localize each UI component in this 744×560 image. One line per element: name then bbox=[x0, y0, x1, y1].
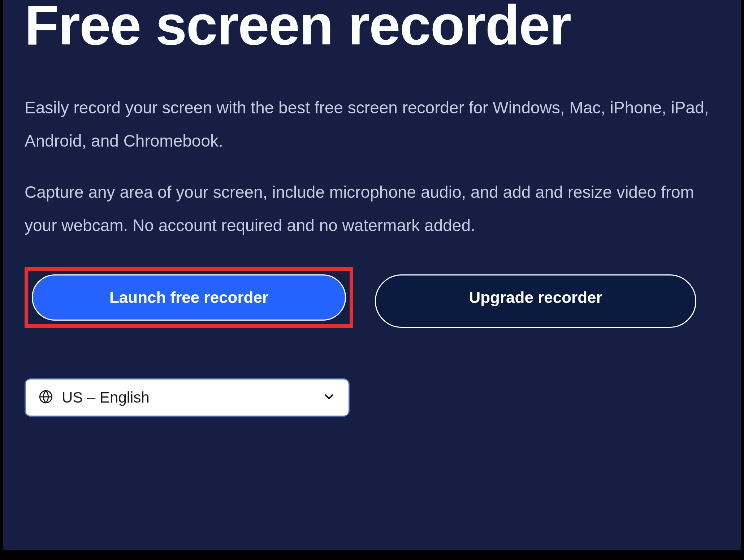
page-title: Free screen recorder bbox=[25, 0, 719, 55]
description-paragraph-2: Capture any area of your screen, include… bbox=[25, 175, 718, 242]
description-block: Easily record your screen with the best … bbox=[25, 91, 718, 242]
launch-recorder-button[interactable]: Launch free recorder bbox=[32, 274, 346, 321]
globe-icon bbox=[39, 390, 53, 405]
hero-section: Free screen recorder Easily record your … bbox=[3, 0, 741, 550]
cta-button-row: Launch free recorder Upgrade recorder bbox=[25, 267, 719, 328]
language-selected-label: US – English bbox=[62, 389, 150, 406]
description-paragraph-1: Easily record your screen with the best … bbox=[25, 91, 718, 157]
upgrade-recorder-button[interactable]: Upgrade recorder bbox=[375, 274, 696, 328]
highlight-annotation: Launch free recorder bbox=[25, 267, 353, 328]
language-selector-left: US – English bbox=[39, 389, 150, 406]
language-selector[interactable]: US – English bbox=[25, 378, 350, 417]
chevron-down-icon bbox=[323, 390, 336, 405]
